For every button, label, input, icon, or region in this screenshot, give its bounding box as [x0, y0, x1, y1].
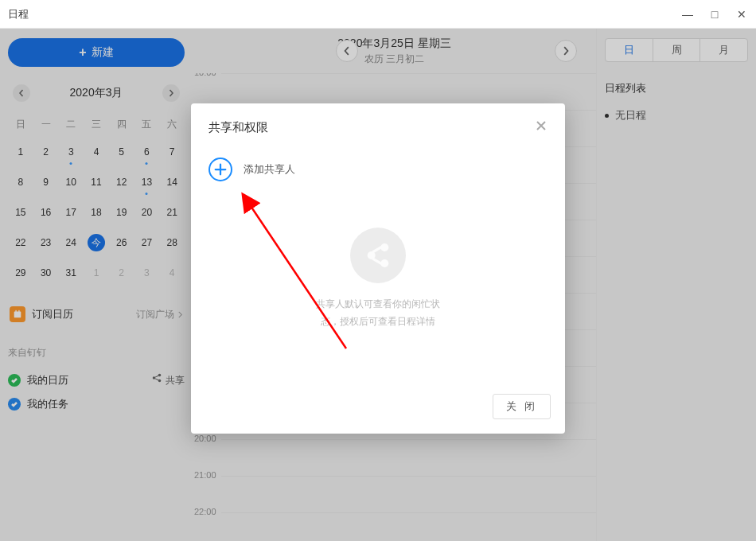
empty-text-line2: 态，授权后可查看日程详情 [208, 313, 548, 331]
window-controls: — □ ✕ [681, 8, 748, 21]
close-button[interactable]: 关 闭 [493, 394, 551, 419]
share-permissions-modal: 共享和权限 添加共享人 共享人默认可查看你的闲忙状 态，授权后可查看日程详情 关… [191, 103, 565, 434]
maximize-button[interactable]: □ [708, 8, 721, 21]
minimize-button[interactable]: — [681, 8, 694, 21]
share-icon [350, 228, 406, 283]
app-title: 日程 [8, 7, 29, 21]
modal-close-button[interactable] [535, 119, 548, 135]
add-sharer-button[interactable]: 添加共享人 [208, 158, 548, 181]
close-icon [535, 119, 548, 132]
modal-title: 共享和权限 [208, 120, 268, 135]
titlebar: 日程 — □ ✕ [0, 0, 756, 29]
add-circle-icon [208, 158, 232, 181]
close-window-button[interactable]: ✕ [735, 8, 748, 21]
add-sharer-label: 添加共享人 [244, 162, 295, 177]
share-empty-state: 共享人默认可查看你的闲忙状 态，授权后可查看日程详情 [208, 228, 548, 330]
empty-text-line1: 共享人默认可查看你的闲忙状 [208, 296, 548, 313]
